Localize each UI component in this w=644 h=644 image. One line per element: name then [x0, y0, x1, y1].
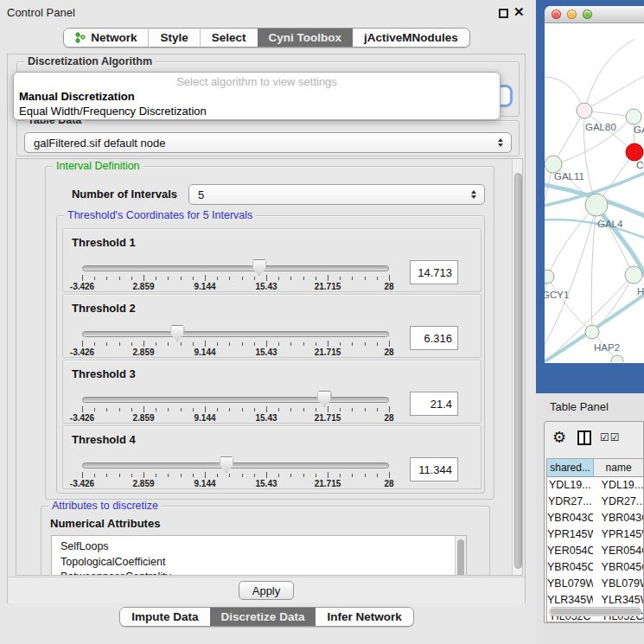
tick-mark [365, 408, 366, 411]
table-row[interactable]: YPR145WYPR145W [547, 526, 643, 543]
zoom-traffic-light-icon[interactable] [583, 10, 592, 19]
table-row[interactable]: YDR27...YDR27... [547, 494, 643, 510]
threshold-2-value-field[interactable] [410, 326, 458, 350]
select-columns-icon[interactable]: ☑☑ [600, 431, 621, 443]
table-header: shared... name [547, 459, 643, 477]
tick-mark [266, 472, 267, 478]
network-window-titlebar [545, 6, 644, 23]
slider-track[interactable] [82, 331, 389, 337]
tick-mark [340, 408, 341, 411]
tick-mark [205, 275, 206, 281]
dropdown-prompt-item: Select algorithm to view settings [14, 75, 500, 88]
cell-name: YDR27... [593, 494, 643, 510]
close-traffic-light-icon[interactable] [552, 10, 561, 19]
table-row[interactable]: YER054CYER054C [547, 543, 643, 559]
tick-mark [389, 341, 390, 347]
tick-mark [290, 277, 291, 280]
minimize-traffic-light-icon[interactable] [567, 10, 577, 19]
slider-thumb[interactable] [219, 456, 233, 473]
node-table: shared... name YDL19...YDL19...YDR27...Y… [546, 458, 643, 622]
tab-discretize-data[interactable]: Discretize Data [210, 608, 316, 626]
tick-mark [377, 277, 378, 280]
slider-thumb[interactable] [170, 325, 185, 341]
slider-track[interactable] [82, 265, 389, 271]
threshold-3-slider[interactable]: -3.4262.8599.14415.4321.71528 [82, 360, 389, 424]
threshold-1-value-field[interactable] [410, 260, 458, 284]
tick-mark [340, 277, 341, 280]
table-rows: YDL19...YDL19...YDR27...YDR27...YBR043CY… [547, 477, 643, 623]
cell-name: YER054C [593, 543, 643, 559]
threshold-2-slider[interactable]: -3.4262.8599.14415.4321.71528 [82, 295, 389, 359]
slider-thumb[interactable] [252, 259, 266, 276]
table-horizontal-scrollbar[interactable] [549, 607, 641, 616]
threshold-panel-2: Threshold 2-3.4262.8599.14415.4321.71528 [62, 294, 481, 358]
node-gcy1 [545, 270, 554, 284]
table-row[interactable]: YDL19...YDL19... [547, 477, 643, 494]
column-header-name[interactable]: name [594, 459, 643, 476]
table-row[interactable]: YBL079WYBL079W [547, 576, 643, 592]
tick-mark [377, 408, 378, 411]
tick-label: -3.426 [70, 348, 94, 357]
attribute-list-item[interactable]: SelfLoops [52, 539, 466, 555]
tick-mark [131, 342, 132, 346]
apply-button[interactable]: Apply [239, 581, 294, 600]
attribute-list-item[interactable]: TopologicalCoefficient [52, 555, 466, 571]
tick-mark [328, 472, 328, 478]
table-data-combobox[interactable]: galFiltered.sif default node [24, 132, 512, 153]
slider-track[interactable] [82, 462, 389, 469]
settings-vertical-scrollbar[interactable] [512, 159, 523, 576]
table-row[interactable]: YBR043CYBR043C [547, 510, 643, 526]
tab-network[interactable]: Network [64, 29, 148, 47]
tab-select[interactable]: Select [200, 29, 258, 47]
threshold-4-value-field[interactable] [410, 457, 458, 481]
slider-thumb[interactable] [317, 391, 332, 407]
scrollbar-thumb[interactable] [551, 609, 641, 615]
tab-cyni-toolbox[interactable]: Cyni Toolbox [258, 29, 354, 47]
threshold-4-slider[interactable]: -3.4262.8599.14415.4321.71528 [82, 426, 389, 490]
tick-mark [303, 277, 304, 280]
tick-mark [143, 341, 144, 347]
slider-track[interactable] [82, 397, 389, 403]
close-icon[interactable]: ✕ [513, 4, 525, 20]
slider-ticks [82, 341, 389, 348]
tick-label: 2.859 [132, 413, 154, 423]
column-header-shared-name[interactable]: shared... [547, 459, 594, 476]
attribute-list-item[interactable]: BetweennessCentrality [52, 570, 466, 576]
tick-mark [143, 275, 144, 281]
cell-shared-name: YBL079W [547, 576, 593, 592]
table-row[interactable]: YBR045CYBR045C [547, 559, 643, 576]
cyni-mode-tab-group: Impute DataDiscretize DataInfer Network [119, 607, 413, 627]
cell-shared-name: YDL19... [547, 477, 593, 494]
threshold-1-slider[interactable]: -3.4262.8599.14415.4321.71528 [82, 229, 389, 293]
tick-mark [389, 406, 390, 412]
scrollbar-thumb[interactable] [514, 173, 522, 569]
tab-style[interactable]: Style [148, 29, 199, 47]
tick-mark [217, 342, 218, 346]
tick-mark [217, 408, 218, 411]
attributes-list-scrollbar[interactable] [455, 536, 466, 576]
tick-mark [131, 474, 132, 477]
node-ga [626, 109, 641, 124]
tick-label: 15.43 [255, 282, 277, 291]
number-of-intervals-label: Number of Intervals [46, 188, 177, 201]
network-view-window: GAL80 GA C GAL11 GAL4 GCY1 H HAP2 [545, 6, 644, 363]
node-label: GAL11 [554, 171, 584, 182]
tab-impute-data[interactable]: Impute Data [120, 608, 209, 626]
tab-infer-network[interactable]: Infer Network [316, 608, 412, 626]
tick-mark [303, 342, 304, 346]
tick-label: 2.859 [132, 348, 154, 357]
float-panel-icon[interactable] [499, 9, 508, 18]
tick-mark [119, 474, 120, 477]
tab-jactivemnodules[interactable]: jActiveMNodules [353, 29, 469, 47]
tick-label: 9.144 [194, 479, 215, 488]
threshold-3-value-field[interactable] [410, 392, 458, 416]
dropdown-item-equal-width-frequency[interactable]: Equal Width/Frequency Discretization [19, 105, 207, 118]
dropdown-item-manual-discretization[interactable]: Manual Discretization [19, 90, 135, 103]
node-label: HAP2 [594, 342, 620, 353]
gear-icon[interactable]: ⚙ [552, 428, 566, 447]
split-columns-icon[interactable] [577, 430, 591, 445]
network-canvas[interactable]: GAL80 GA C GAL11 GAL4 GCY1 H HAP2 [545, 23, 644, 362]
number-of-intervals-combobox[interactable]: 5 [188, 184, 485, 205]
tick-mark [278, 408, 279, 411]
numerical-attributes-list[interactable]: SelfLoopsTopologicalCoefficientBetweenne… [51, 535, 467, 576]
